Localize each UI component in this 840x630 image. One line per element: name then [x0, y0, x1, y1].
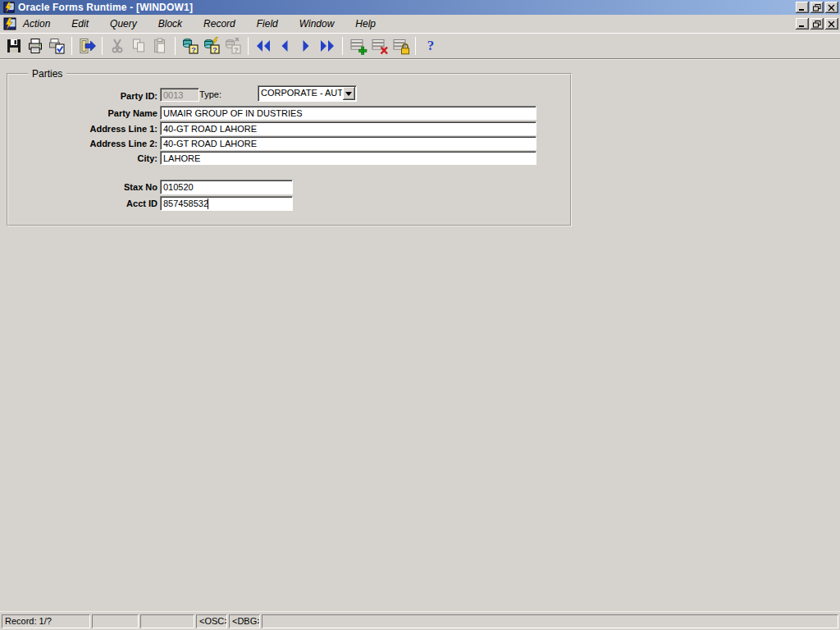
- svg-text:?: ?: [234, 45, 239, 54]
- execute-query-button[interactable]: ?: [201, 35, 222, 57]
- child-restore-button[interactable]: [810, 18, 824, 30]
- toolbar-separator: [71, 37, 72, 55]
- svg-text:?: ?: [212, 45, 217, 54]
- toolbar-separator: [102, 37, 103, 55]
- cut-icon: [107, 36, 127, 56]
- help-button[interactable]: ?: [420, 35, 441, 57]
- toolbar-separator: [248, 37, 249, 55]
- window-title: Oracle Forms Runtime - [WINDOW1]: [18, 2, 796, 13]
- type-label: Type:: [158, 89, 221, 99]
- groupbox-title: Parties: [28, 68, 66, 80]
- print-icon: [25, 36, 45, 56]
- menu-help[interactable]: Help: [355, 16, 376, 31]
- last-record-icon: [317, 36, 337, 56]
- chevron-down-icon: [345, 92, 352, 96]
- oracle-forms-window: Oracle Forms Runtime - [WINDOW1] Action …: [0, 0, 840, 630]
- first-record-icon: [253, 36, 273, 56]
- acct-id-field[interactable]: [160, 196, 293, 211]
- menubar: Action Edit Query Block Record Field Win…: [0, 15, 840, 33]
- toolbar-separator: [415, 37, 416, 55]
- remove-record-icon: [369, 36, 389, 56]
- help-icon: ?: [427, 38, 435, 54]
- status-dbg-indicator: <DBG>: [229, 614, 260, 628]
- menu-query[interactable]: Query: [110, 16, 137, 31]
- status-record-count: Record: 1/?: [2, 614, 90, 628]
- menu-window[interactable]: Window: [299, 16, 335, 31]
- restore-icon: [813, 21, 821, 28]
- close-icon: [828, 21, 836, 28]
- first-record-button[interactable]: [253, 35, 274, 57]
- toolbar-separator: [175, 37, 176, 55]
- oracle-forms-app-icon: [3, 2, 15, 13]
- menu-action[interactable]: Action: [23, 16, 50, 31]
- lock-record-button[interactable]: [390, 35, 411, 57]
- mdi-child-icon: [3, 17, 16, 30]
- child-minimize-button[interactable]: [796, 18, 809, 30]
- cut-button[interactable]: [107, 35, 128, 57]
- menu-block[interactable]: Block: [158, 16, 182, 31]
- close-button[interactable]: [825, 2, 838, 13]
- menu-field[interactable]: Field: [257, 16, 278, 31]
- address-line-1-field[interactable]: [160, 121, 536, 135]
- lock-record-icon: [390, 36, 410, 56]
- insert-record-button[interactable]: [347, 35, 368, 57]
- type-dropdown[interactable]: CORPORATE - AUTC: [258, 85, 357, 102]
- print-setup-button[interactable]: [46, 35, 67, 57]
- exit-button[interactable]: [76, 35, 98, 57]
- next-record-icon: [296, 36, 316, 56]
- paste-button[interactable]: [149, 35, 171, 57]
- menu-record[interactable]: Record: [203, 16, 235, 31]
- party-name-field[interactable]: [160, 106, 536, 120]
- type-dropdown-value: CORPORATE - AUTC: [258, 86, 342, 101]
- previous-record-icon: [275, 36, 294, 56]
- last-record-button[interactable]: [317, 35, 338, 57]
- form-canvas: Parties Party ID: Type: CORPORATE - AUTC…: [0, 59, 840, 611]
- paste-icon: [150, 36, 170, 56]
- copy-button[interactable]: [128, 35, 149, 57]
- save-icon: [4, 36, 24, 56]
- minimize-button[interactable]: [796, 2, 809, 13]
- status-message-area: [262, 614, 838, 628]
- exit-icon: [77, 36, 97, 56]
- save-button[interactable]: [3, 35, 25, 57]
- titlebar: Oracle Forms Runtime - [WINDOW1]: [0, 0, 840, 15]
- acct-id-label: Acct ID: [10, 199, 158, 208]
- cancel-query-button[interactable]: ?: [222, 35, 244, 57]
- restore-button[interactable]: [810, 2, 824, 13]
- party-id-label: Party ID:: [10, 91, 158, 101]
- execute-query-icon: ?: [202, 36, 221, 56]
- svg-text:?: ?: [191, 45, 196, 54]
- remove-record-button[interactable]: [368, 35, 390, 57]
- cancel-query-icon: ?: [223, 36, 243, 56]
- status-cell-3: [140, 614, 194, 628]
- enter-query-icon: ?: [180, 36, 200, 56]
- close-icon: [828, 4, 836, 11]
- stax-no-label: Stax No: [10, 182, 158, 192]
- toolbar-separator: [342, 37, 343, 55]
- address-line-2-field[interactable]: [160, 136, 536, 150]
- print-button[interactable]: [25, 35, 46, 57]
- statusbar: Record: 1/? <OSC> <DBG>: [0, 611, 840, 630]
- stax-no-field[interactable]: [160, 180, 293, 194]
- city-field[interactable]: [160, 151, 536, 165]
- status-cell-2: [92, 614, 139, 628]
- city-label: City:: [10, 153, 158, 163]
- minimize-icon: [798, 21, 806, 28]
- enter-query-button[interactable]: ?: [180, 35, 201, 57]
- party-name-label: Party Name: [10, 108, 158, 118]
- status-osc-indicator: <OSC>: [196, 614, 227, 628]
- parties-groupbox: Parties Party ID: Type: CORPORATE - AUTC…: [7, 73, 572, 226]
- next-record-button[interactable]: [295, 35, 317, 57]
- previous-record-button[interactable]: [274, 35, 295, 57]
- address-line-2-label: Address Line 2:: [10, 139, 158, 148]
- minimize-icon: [798, 4, 806, 11]
- text-cursor: [208, 199, 208, 209]
- toolbar: ? ? ?: [0, 33, 840, 59]
- child-close-button[interactable]: [825, 18, 838, 30]
- print-setup-icon: [47, 36, 66, 56]
- menu-edit[interactable]: Edit: [71, 16, 89, 31]
- address-line-1-label: Address Line 1:: [10, 124, 158, 134]
- copy-icon: [129, 36, 148, 56]
- insert-record-icon: [348, 36, 368, 56]
- type-dropdown-button[interactable]: [343, 87, 356, 100]
